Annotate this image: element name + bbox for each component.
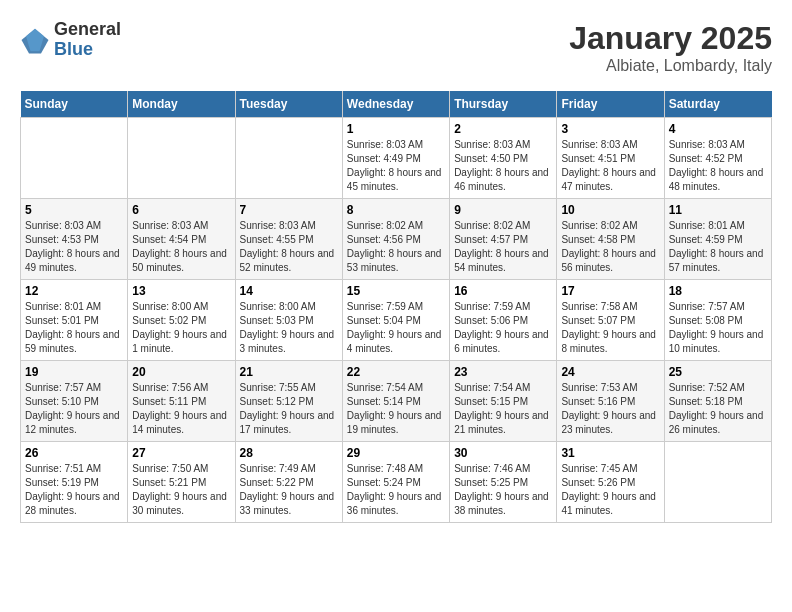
calendar-cell: 23Sunrise: 7:54 AMSunset: 5:15 PMDayligh… [450, 361, 557, 442]
calendar-cell: 4Sunrise: 8:03 AMSunset: 4:52 PMDaylight… [664, 118, 771, 199]
page-header: General Blue January 2025 Albiate, Lomba… [20, 20, 772, 75]
day-number: 31 [561, 446, 659, 460]
calendar-cell: 24Sunrise: 7:53 AMSunset: 5:16 PMDayligh… [557, 361, 664, 442]
title-block: January 2025 Albiate, Lombardy, Italy [569, 20, 772, 75]
day-info: Sunrise: 7:56 AMSunset: 5:11 PMDaylight:… [132, 381, 230, 437]
day-number: 6 [132, 203, 230, 217]
day-info: Sunrise: 7:50 AMSunset: 5:21 PMDaylight:… [132, 462, 230, 518]
calendar-table: SundayMondayTuesdayWednesdayThursdayFrid… [20, 91, 772, 523]
day-info: Sunrise: 7:57 AMSunset: 5:08 PMDaylight:… [669, 300, 767, 356]
day-number: 23 [454, 365, 552, 379]
logo-text: General Blue [54, 20, 121, 60]
day-info: Sunrise: 7:59 AMSunset: 5:04 PMDaylight:… [347, 300, 445, 356]
calendar-cell: 25Sunrise: 7:52 AMSunset: 5:18 PMDayligh… [664, 361, 771, 442]
day-info: Sunrise: 7:57 AMSunset: 5:10 PMDaylight:… [25, 381, 123, 437]
day-number: 5 [25, 203, 123, 217]
day-info: Sunrise: 7:58 AMSunset: 5:07 PMDaylight:… [561, 300, 659, 356]
day-info: Sunrise: 8:02 AMSunset: 4:57 PMDaylight:… [454, 219, 552, 275]
weekday-header: Monday [128, 91, 235, 118]
day-number: 14 [240, 284, 338, 298]
calendar-cell: 9Sunrise: 8:02 AMSunset: 4:57 PMDaylight… [450, 199, 557, 280]
calendar-cell: 30Sunrise: 7:46 AMSunset: 5:25 PMDayligh… [450, 442, 557, 523]
day-number: 29 [347, 446, 445, 460]
day-number: 7 [240, 203, 338, 217]
calendar-cell: 19Sunrise: 7:57 AMSunset: 5:10 PMDayligh… [21, 361, 128, 442]
day-info: Sunrise: 8:00 AMSunset: 5:02 PMDaylight:… [132, 300, 230, 356]
calendar-cell: 10Sunrise: 8:02 AMSunset: 4:58 PMDayligh… [557, 199, 664, 280]
day-info: Sunrise: 8:02 AMSunset: 4:56 PMDaylight:… [347, 219, 445, 275]
day-info: Sunrise: 7:54 AMSunset: 5:15 PMDaylight:… [454, 381, 552, 437]
calendar-cell: 5Sunrise: 8:03 AMSunset: 4:53 PMDaylight… [21, 199, 128, 280]
calendar-cell [235, 118, 342, 199]
calendar-cell: 7Sunrise: 8:03 AMSunset: 4:55 PMDaylight… [235, 199, 342, 280]
calendar-cell: 11Sunrise: 8:01 AMSunset: 4:59 PMDayligh… [664, 199, 771, 280]
calendar-cell: 22Sunrise: 7:54 AMSunset: 5:14 PMDayligh… [342, 361, 449, 442]
calendar-cell: 14Sunrise: 8:00 AMSunset: 5:03 PMDayligh… [235, 280, 342, 361]
day-info: Sunrise: 8:03 AMSunset: 4:50 PMDaylight:… [454, 138, 552, 194]
calendar-week-row: 26Sunrise: 7:51 AMSunset: 5:19 PMDayligh… [21, 442, 772, 523]
calendar-cell: 8Sunrise: 8:02 AMSunset: 4:56 PMDaylight… [342, 199, 449, 280]
calendar-cell: 6Sunrise: 8:03 AMSunset: 4:54 PMDaylight… [128, 199, 235, 280]
day-number: 17 [561, 284, 659, 298]
day-info: Sunrise: 7:54 AMSunset: 5:14 PMDaylight:… [347, 381, 445, 437]
location: Albiate, Lombardy, Italy [569, 57, 772, 75]
weekday-header: Thursday [450, 91, 557, 118]
day-info: Sunrise: 7:53 AMSunset: 5:16 PMDaylight:… [561, 381, 659, 437]
calendar-cell: 21Sunrise: 7:55 AMSunset: 5:12 PMDayligh… [235, 361, 342, 442]
logo-general-text: General [54, 20, 121, 40]
day-number: 10 [561, 203, 659, 217]
day-info: Sunrise: 7:51 AMSunset: 5:19 PMDaylight:… [25, 462, 123, 518]
calendar-cell: 16Sunrise: 7:59 AMSunset: 5:06 PMDayligh… [450, 280, 557, 361]
day-info: Sunrise: 8:03 AMSunset: 4:49 PMDaylight:… [347, 138, 445, 194]
calendar-cell: 26Sunrise: 7:51 AMSunset: 5:19 PMDayligh… [21, 442, 128, 523]
calendar-cell: 28Sunrise: 7:49 AMSunset: 5:22 PMDayligh… [235, 442, 342, 523]
day-info: Sunrise: 7:48 AMSunset: 5:24 PMDaylight:… [347, 462, 445, 518]
logo: General Blue [20, 20, 121, 60]
day-info: Sunrise: 8:01 AMSunset: 5:01 PMDaylight:… [25, 300, 123, 356]
day-number: 2 [454, 122, 552, 136]
calendar-cell: 3Sunrise: 8:03 AMSunset: 4:51 PMDaylight… [557, 118, 664, 199]
calendar-week-row: 1Sunrise: 8:03 AMSunset: 4:49 PMDaylight… [21, 118, 772, 199]
day-number: 16 [454, 284, 552, 298]
day-info: Sunrise: 8:00 AMSunset: 5:03 PMDaylight:… [240, 300, 338, 356]
day-info: Sunrise: 8:03 AMSunset: 4:55 PMDaylight:… [240, 219, 338, 275]
day-number: 28 [240, 446, 338, 460]
calendar-cell: 27Sunrise: 7:50 AMSunset: 5:21 PMDayligh… [128, 442, 235, 523]
weekday-header: Sunday [21, 91, 128, 118]
weekday-header: Wednesday [342, 91, 449, 118]
day-number: 1 [347, 122, 445, 136]
day-number: 9 [454, 203, 552, 217]
day-info: Sunrise: 8:01 AMSunset: 4:59 PMDaylight:… [669, 219, 767, 275]
calendar-week-row: 19Sunrise: 7:57 AMSunset: 5:10 PMDayligh… [21, 361, 772, 442]
calendar-week-row: 5Sunrise: 8:03 AMSunset: 4:53 PMDaylight… [21, 199, 772, 280]
day-number: 20 [132, 365, 230, 379]
day-info: Sunrise: 8:03 AMSunset: 4:53 PMDaylight:… [25, 219, 123, 275]
day-number: 21 [240, 365, 338, 379]
logo-blue-text: Blue [54, 40, 121, 60]
day-number: 12 [25, 284, 123, 298]
calendar-cell: 29Sunrise: 7:48 AMSunset: 5:24 PMDayligh… [342, 442, 449, 523]
day-number: 22 [347, 365, 445, 379]
day-info: Sunrise: 8:03 AMSunset: 4:51 PMDaylight:… [561, 138, 659, 194]
weekday-header: Friday [557, 91, 664, 118]
month-title: January 2025 [569, 20, 772, 57]
calendar-cell: 15Sunrise: 7:59 AMSunset: 5:04 PMDayligh… [342, 280, 449, 361]
calendar-cell [128, 118, 235, 199]
day-number: 26 [25, 446, 123, 460]
day-info: Sunrise: 7:49 AMSunset: 5:22 PMDaylight:… [240, 462, 338, 518]
weekday-header: Tuesday [235, 91, 342, 118]
day-number: 19 [25, 365, 123, 379]
calendar-cell: 13Sunrise: 8:00 AMSunset: 5:02 PMDayligh… [128, 280, 235, 361]
calendar-week-row: 12Sunrise: 8:01 AMSunset: 5:01 PMDayligh… [21, 280, 772, 361]
calendar-cell: 20Sunrise: 7:56 AMSunset: 5:11 PMDayligh… [128, 361, 235, 442]
calendar-cell: 17Sunrise: 7:58 AMSunset: 5:07 PMDayligh… [557, 280, 664, 361]
weekday-header-row: SundayMondayTuesdayWednesdayThursdayFrid… [21, 91, 772, 118]
day-number: 18 [669, 284, 767, 298]
calendar-cell: 18Sunrise: 7:57 AMSunset: 5:08 PMDayligh… [664, 280, 771, 361]
day-info: Sunrise: 7:55 AMSunset: 5:12 PMDaylight:… [240, 381, 338, 437]
calendar-cell: 2Sunrise: 8:03 AMSunset: 4:50 PMDaylight… [450, 118, 557, 199]
day-number: 30 [454, 446, 552, 460]
weekday-header: Saturday [664, 91, 771, 118]
day-info: Sunrise: 8:03 AMSunset: 4:54 PMDaylight:… [132, 219, 230, 275]
calendar-cell: 31Sunrise: 7:45 AMSunset: 5:26 PMDayligh… [557, 442, 664, 523]
